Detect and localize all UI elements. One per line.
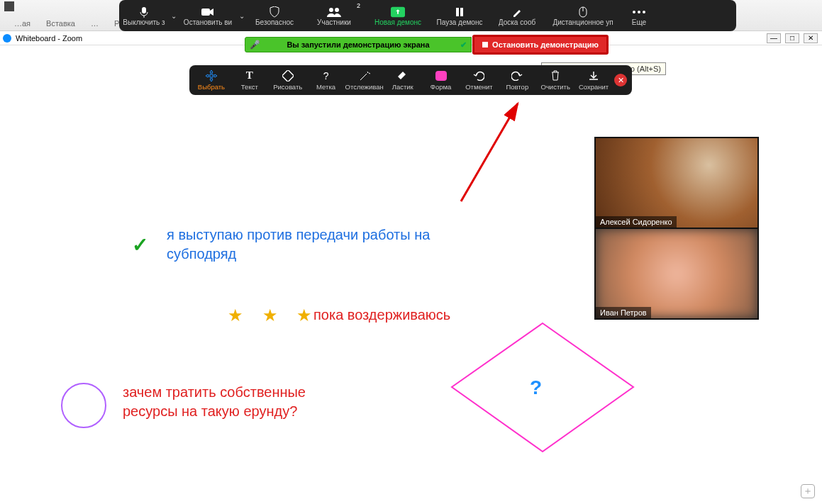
- remote-control-button[interactable]: Дистанционное уп: [545, 0, 621, 31]
- participant-video-strip[interactable]: Алексей Сидоренко Иван Петров: [594, 137, 759, 320]
- quick-access-icon: [4, 1, 14, 11]
- draw-icon: [282, 70, 294, 82]
- move-icon: [205, 70, 218, 82]
- question-icon: ?: [320, 70, 333, 82]
- tool-draw[interactable]: Рисовать: [269, 65, 307, 95]
- plus-icon: ＋: [803, 485, 813, 498]
- more-icon: [632, 6, 646, 18]
- participant-name: Алексей Сидоренко: [596, 216, 677, 228]
- participant-name: Иван Петров: [596, 307, 651, 318]
- svg-rect-14: [282, 70, 294, 82]
- red-arrow-annotation: [440, 95, 539, 208]
- undo-icon: [472, 70, 485, 82]
- tool-clear[interactable]: Очистить: [536, 65, 574, 95]
- svg-rect-0: [142, 7, 146, 13]
- tool-redo[interactable]: Повтор: [498, 65, 536, 95]
- tool-text[interactable]: T Текст: [231, 65, 269, 95]
- pause-share-button[interactable]: Пауза демонс: [430, 0, 489, 31]
- annotation-text-2: пока воздерживаюсь: [313, 307, 450, 323]
- window-maximize-button[interactable]: □: [785, 33, 799, 43]
- ribbon-tab[interactable]: Вставка: [46, 19, 75, 30]
- participants-count: 2: [357, 2, 360, 9]
- wand-icon: [358, 70, 371, 82]
- tool-save[interactable]: Сохранит: [574, 65, 613, 95]
- people-icon: [327, 6, 341, 18]
- tool-select[interactable]: Выбрать: [192, 65, 231, 95]
- security-button[interactable]: Безопаснос: [247, 0, 302, 31]
- svg-point-11: [643, 11, 645, 13]
- shield-icon: [267, 6, 282, 18]
- eraser-icon: [396, 70, 409, 82]
- svg-line-13: [461, 103, 518, 201]
- trash-icon: [549, 70, 562, 82]
- svg-rect-1: [201, 9, 210, 16]
- tool-stamp[interactable]: ? Метка: [307, 65, 345, 95]
- participant-video-tile[interactable]: Алексей Сидоренко: [596, 138, 757, 228]
- new-share-button[interactable]: Новая демонс: [366, 0, 430, 31]
- annotation-text-1: я выступаю против передачи работы на суб…: [167, 225, 493, 264]
- svg-rect-6: [460, 8, 463, 16]
- diamond-shape: [450, 322, 635, 453]
- new-annotation-button[interactable]: ＋: [801, 484, 815, 498]
- svg-point-2: [329, 8, 333, 12]
- pause-icon: [452, 6, 467, 18]
- stop-share-button[interactable]: Остановить демонстрацию: [472, 35, 609, 55]
- circle-shape: [61, 383, 106, 428]
- encryption-icon: ✔: [460, 40, 467, 50]
- tool-undo[interactable]: Отменит: [460, 65, 499, 95]
- video-chevron-icon[interactable]: ⌄: [237, 12, 247, 20]
- annotation-close-button[interactable]: ✕: [614, 74, 627, 86]
- window-close-button[interactable]: ✕: [804, 33, 818, 43]
- mute-button[interactable]: Выключить з: [119, 0, 169, 31]
- save-icon: [587, 70, 600, 82]
- share-screen-icon: [391, 6, 405, 18]
- svg-point-10: [638, 11, 640, 13]
- microphone-icon: [137, 6, 151, 18]
- sharing-banner-text: Вы запустили демонстрацию экрана: [287, 40, 429, 49]
- stop-icon: [482, 42, 488, 47]
- mic-status-icon: 🎤: [250, 40, 260, 50]
- pencil-icon: [510, 6, 524, 18]
- star-stamps: ★ ★ ★: [228, 306, 319, 325]
- checkmark-stamp: ✓: [132, 233, 148, 257]
- camera-icon: [201, 6, 215, 18]
- ribbon-tab[interactable]: …ая: [14, 19, 30, 30]
- participants-button[interactable]: 2 Участники: [302, 0, 366, 31]
- question-mark-stamp: ?: [530, 376, 542, 399]
- svg-rect-5: [456, 8, 459, 16]
- zoom-app-icon: [3, 34, 11, 43]
- redo-icon: [511, 70, 523, 82]
- stop-share-label: Остановить демонстрацию: [492, 40, 599, 49]
- annotate-button[interactable]: Доска сооб: [489, 0, 545, 31]
- zoom-meeting-toolbar: Выключить з ⌄ Остановить ви ⌄ Безопаснос…: [119, 0, 736, 31]
- tool-format[interactable]: Форма: [422, 65, 460, 95]
- more-button[interactable]: Еще: [621, 0, 657, 31]
- sharing-banner: 🎤 Вы запустили демонстрацию экрана ✔: [245, 37, 472, 52]
- svg-point-9: [633, 11, 635, 13]
- participant-video-tile[interactable]: Иван Петров: [596, 229, 757, 318]
- text-icon: T: [243, 70, 256, 82]
- window-minimize-button[interactable]: —: [767, 33, 781, 43]
- annotation-text-3: зачем тратить собственные ресурсы на так…: [123, 383, 364, 421]
- mute-chevron-icon[interactable]: ⌄: [169, 12, 179, 20]
- color-swatch-icon: [435, 70, 448, 82]
- svg-point-3: [335, 8, 339, 12]
- mouse-icon: [576, 6, 590, 18]
- ribbon-tab[interactable]: …: [91, 19, 99, 30]
- window-title: Whiteboard - Zoom: [16, 34, 82, 43]
- tool-spotlight[interactable]: Отслеживан: [345, 65, 384, 95]
- annotation-toolbar: Выбрать T Текст Рисовать ? Метка Отслежи…: [189, 65, 632, 95]
- stop-video-button[interactable]: Остановить ви: [179, 0, 237, 31]
- tool-eraser[interactable]: Ластик: [384, 65, 422, 95]
- svg-marker-12: [452, 323, 633, 452]
